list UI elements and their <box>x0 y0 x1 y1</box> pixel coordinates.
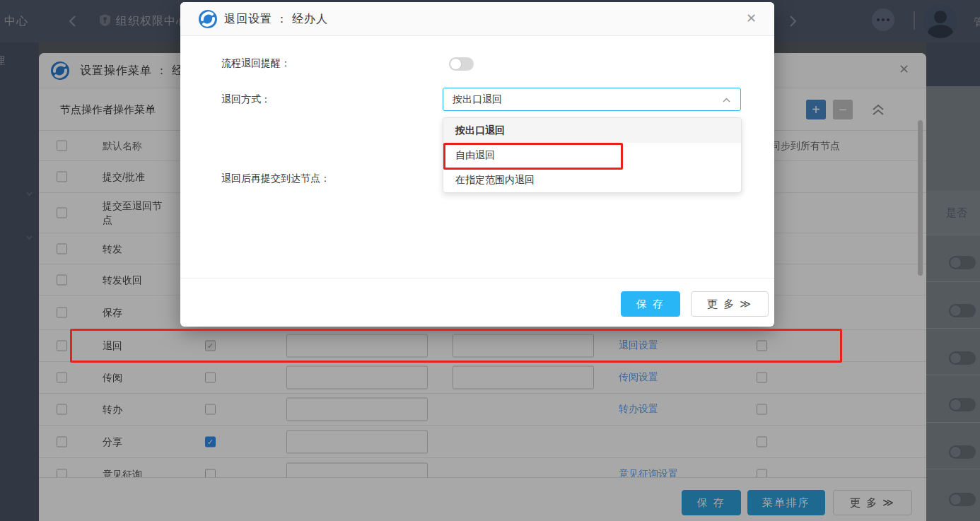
select-value: 按出口退回 <box>453 93 502 106</box>
topbar-divider <box>914 11 915 30</box>
row-divider <box>926 422 980 423</box>
row-divider <box>926 375 980 375</box>
column-header-label: 是否 <box>946 206 967 220</box>
node-label: 退回后再提交到达节点： <box>221 172 330 185</box>
partial-glyph: 管 <box>974 16 980 27</box>
row-name: 转发 <box>103 241 162 255</box>
row-divider <box>926 328 980 329</box>
table-row-transfer: 转办 转办设置 <box>39 394 926 426</box>
tab-node-operator-menu[interactable]: 节点操作者操作菜单 <box>60 103 156 117</box>
toggle-switch-off[interactable] <box>949 351 976 365</box>
custom-name-input[interactable] <box>286 462 428 477</box>
column-header-sync-all-nodes: 同步到所有节点 <box>771 140 840 153</box>
circulate-settings-link[interactable]: 传阅设置 <box>619 371 658 384</box>
row-divider <box>926 469 980 469</box>
row-divider <box>926 235 980 235</box>
enabled-checkbox[interactable] <box>205 404 216 415</box>
background-table-panel: 是否 <box>926 42 980 521</box>
enabled-checkbox[interactable] <box>205 373 216 383</box>
row-checkbox[interactable] <box>57 469 67 477</box>
row-checkbox[interactable] <box>57 274 67 285</box>
toggle-switch-off[interactable] <box>949 256 976 269</box>
sync-checkbox[interactable] <box>757 436 767 447</box>
toggle-switch-off[interactable] <box>949 304 976 317</box>
add-button[interactable]: + <box>806 100 826 119</box>
more-button[interactable]: 更 多 ≫ <box>833 490 912 515</box>
row-name: 转办 <box>103 402 162 416</box>
transfer-settings-link[interactable]: 转办设置 <box>619 403 658 416</box>
toggle-switch-off[interactable] <box>949 398 976 411</box>
remove-button[interactable]: − <box>833 100 853 119</box>
tree-chevron-icon[interactable] <box>25 188 33 201</box>
user-avatar[interactable] <box>923 4 957 38</box>
row-checkbox[interactable] <box>57 172 67 182</box>
shield-key-icon <box>99 13 111 30</box>
row-checkbox[interactable] <box>57 404 67 415</box>
row-name: 意见征询 <box>103 467 162 477</box>
sync-checkbox[interactable] <box>757 404 767 415</box>
close-icon[interactable]: ✕ <box>899 63 909 76</box>
consult-settings-link[interactable]: 意见征询设置 <box>619 468 678 478</box>
background-header-strip <box>926 42 980 86</box>
row-name: 分享 <box>103 434 162 448</box>
table-row-consult: 意见征询 意见征询设置 <box>39 458 926 477</box>
reminder-toggle-off[interactable] <box>449 57 474 71</box>
row-name: 提交至退回节点 <box>103 199 162 228</box>
footer-divider <box>180 278 774 279</box>
toggle-switch-off[interactable] <box>949 445 976 459</box>
chevron-up-icon <box>723 98 730 103</box>
workflow-logo-icon <box>51 62 69 80</box>
topbar-app-label[interactable]: 组织权限中心 <box>116 14 183 29</box>
custom-name-input[interactable] <box>453 366 594 390</box>
close-icon[interactable]: ✕ <box>746 12 757 25</box>
save-button[interactable]: 保 存 <box>621 291 680 317</box>
column-header-default-name: 默认名称 <box>103 140 142 153</box>
row-checkbox[interactable] <box>57 373 67 383</box>
collapse-icon[interactable] <box>872 104 885 119</box>
more-button[interactable]: 更 多 ≫ <box>691 291 769 317</box>
reminder-label: 流程退回提醒： <box>221 57 291 70</box>
row-divider <box>926 281 980 282</box>
option-by-exit[interactable]: 按出口退回 <box>443 118 741 143</box>
option-within-range[interactable]: 在指定范围内退回 <box>443 168 741 192</box>
scrollbar-thumb[interactable] <box>918 120 923 276</box>
modal-header: 退回设置 ： 经办人 ✕ <box>180 2 774 36</box>
sync-checkbox[interactable] <box>757 373 767 383</box>
menu-sort-button[interactable]: 菜单排序 <box>747 490 825 515</box>
save-button[interactable]: 保 存 <box>682 490 741 515</box>
chevron-right-icon[interactable] <box>789 15 798 30</box>
enabled-checkbox[interactable] <box>205 469 216 477</box>
row-checkbox[interactable] <box>57 436 67 447</box>
row-name: 传阅 <box>103 370 162 385</box>
table-row-share: 分享 <box>39 426 926 458</box>
method-label: 退回方式： <box>221 93 271 106</box>
sync-checkbox[interactable] <box>757 469 767 477</box>
row-checkbox[interactable] <box>57 341 67 351</box>
row-checkbox[interactable] <box>57 243 67 254</box>
more-menu-icon[interactable] <box>872 8 894 31</box>
custom-name-input[interactable] <box>286 430 428 453</box>
row-checkbox[interactable] <box>57 308 67 318</box>
annotation-box-free-return <box>443 143 623 170</box>
topbar-left-label: 中心 <box>4 14 28 29</box>
chevron-left-icon[interactable] <box>68 15 76 30</box>
modal-title: 退回设置 ： 经办人 <box>224 12 328 27</box>
left-sidebar: 理 <box>0 42 39 521</box>
row-name: 提交/批准 <box>103 170 162 184</box>
row-name: 转发收回 <box>103 272 162 286</box>
select-all-checkbox[interactable] <box>57 141 67 151</box>
toggle-switch-off[interactable] <box>949 493 976 506</box>
custom-name-input[interactable] <box>286 366 428 390</box>
annotation-box-return-row <box>70 329 842 363</box>
custom-name-input[interactable] <box>286 398 428 421</box>
table-row-circulate: 传阅 传阅设置 <box>39 362 926 394</box>
workflow-logo-icon <box>199 10 217 28</box>
enabled-checkbox-checked[interactable] <box>205 436 216 447</box>
dialog-footer: 保 存 菜单排序 更 多 ≫ <box>39 477 926 521</box>
screen: 中心 组织权限中心 管 理 <box>0 0 980 521</box>
row-checkbox[interactable] <box>57 208 67 218</box>
return-method-select[interactable]: 按出口退回 <box>443 88 741 111</box>
tree-chevron-icon[interactable] <box>25 232 33 245</box>
row-name: 保存 <box>103 305 162 320</box>
sidebar-partial-label: 理 <box>0 54 5 68</box>
